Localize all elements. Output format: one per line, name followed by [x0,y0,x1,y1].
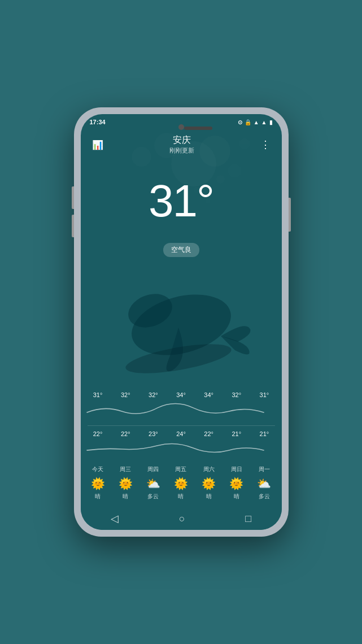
weather-label-5: 晴 [234,493,239,501]
hourly-section: 31° 32° 32° 34° 34° 32° [81,387,282,423]
daily-day-1: 周三 [120,465,131,473]
hourly-temp-2: 32° [149,391,158,398]
temperature-value: 31° [149,176,213,226]
daily-temp-1: 22° [121,430,130,437]
daily-wave [81,437,282,460]
daily-item-1: 22° [112,430,139,437]
weather-label-2: 多云 [147,493,159,501]
back-button[interactable]: ◁ [111,512,119,525]
daily-label-item-3: 晴 [167,493,195,501]
hourly-item-5: 32° [223,391,250,398]
lock-icon: 🔒 [245,119,251,125]
hourly-temp-0: 31° [93,391,103,398]
temperature-display: 31° [81,175,282,227]
daily-icon-item-0: 🌞 [84,475,112,493]
weather-icon-2: ⛅ [146,477,160,490]
daily-temp-5: 21° [232,430,241,437]
hourly-temp-6: 31° [260,391,269,398]
weather-main: 📊 安庆 刚刚更新 ⋮ 31° 空气良 [81,130,282,387]
daily-label-item-0: 晴 [84,493,112,501]
weather-icon-1: 🌞 [119,477,133,490]
signal-icon: ▲ [261,119,267,125]
weather-label-1: 晴 [123,493,128,501]
daily-icon-item-4: 🌞 [195,475,223,493]
daily-day-item-3: 周五 [167,463,195,473]
power-button[interactable] [289,198,291,232]
recent-button[interactable]: □ [245,513,251,525]
home-button[interactable]: ○ [179,513,185,525]
weather-label-4: 晴 [206,493,212,501]
volume-up-button[interactable] [72,186,74,209]
daily-icon-item-1: 🌞 [112,475,139,493]
daily-temp-3: 24° [176,430,186,437]
daily-icon-item-3: 🌞 [167,475,195,493]
phone-frame: 17:34 ⊙ 🔒 ▲ ▲ ▮ [74,107,289,537]
hourly-temp-4: 34° [204,391,213,398]
weather-icon-0: 🌞 [91,477,105,490]
daily-icon-item-2: ⛅ [139,475,167,493]
daily-temps: 22° 22° 23° 24° 22° 21° [81,430,282,437]
daily-label-item-1: 晴 [112,493,139,501]
daily-day-5: 周日 [231,465,242,473]
hourly-item-0: 31° [84,391,112,398]
daily-item-3: 24° [167,430,195,437]
air-quality-badge: 空气良 [163,243,199,257]
chart-button[interactable]: 📊 [90,137,106,153]
hourly-temp-1: 32° [121,391,130,398]
battery-icon: ▮ [269,119,273,125]
daily-day-item-2: 周四 [139,463,167,473]
phone-screen: 17:34 ⊙ 🔒 ▲ ▲ ▮ [81,114,282,530]
city-info: 安庆 刚刚更新 [106,134,258,155]
city-name: 安庆 [106,134,258,146]
weather-label-3: 晴 [178,493,184,501]
daily-day-4: 周六 [203,465,215,473]
speaker [184,127,212,130]
daily-labels-row: 晴 晴 多云 晴 晴 晴 [81,493,282,501]
camera [178,124,184,130]
daily-day-6: 周一 [259,465,270,473]
daily-item-2: 23° [139,430,167,437]
weather-label-6: 多云 [259,493,270,501]
update-time: 刚刚更新 [106,146,258,155]
hourly-item-3: 34° [167,391,195,398]
hourly-temp-3: 34° [176,391,186,398]
header-controls: 📊 安庆 刚刚更新 ⋮ [81,134,282,155]
hourly-item-1: 32° [112,391,139,398]
daily-day-2: 周四 [147,465,159,473]
menu-button[interactable]: ⋮ [258,136,273,153]
hourly-item-6: 31° [250,391,278,398]
daily-temp-4: 22° [204,430,213,437]
daily-day-item-0: 今天 [84,463,112,473]
hourly-item-2: 32° [139,391,167,398]
daily-temp-2: 23° [149,430,158,437]
daily-label-item-6: 多云 [250,493,278,501]
daily-day-item-1: 周三 [112,463,139,473]
wifi-icon: ▲ [254,119,259,125]
daily-item-0: 22° [84,430,112,437]
navigation-bar: ◁ ○ □ [81,507,282,530]
daily-label-item-2: 多云 [139,493,167,501]
daily-day-0: 今天 [92,465,103,473]
weather-icon-4: 🌞 [202,477,216,490]
record-icon: ⊙ [238,119,242,125]
daily-icon-item-6: ⛅ [250,475,278,493]
daily-item-4: 22° [195,430,223,437]
hourly-temp-5: 32° [232,391,241,398]
divider [88,425,275,426]
daily-icon-item-5: 🌞 [223,475,250,493]
daily-day-item-6: 周一 [250,463,278,473]
hourly-wave [81,398,282,421]
hourly-temps: 31° 32° 32° 34° 34° 32° [81,391,282,398]
hourly-item-4: 34° [195,391,223,398]
daily-item-5: 21° [223,430,250,437]
daily-label-item-4: 晴 [195,493,223,501]
daily-label-item-5: 晴 [223,493,250,501]
daily-day-3: 周五 [175,465,186,473]
weather-icon-3: 🌞 [174,477,188,490]
daily-section: 22° 22° 23° 24° 22° 21° [81,428,282,505]
daily-day-item-5: 周日 [223,463,250,473]
daily-temp-0: 22° [93,430,103,437]
volume-down-button[interactable] [72,215,74,237]
status-icons: ⊙ 🔒 ▲ ▲ ▮ [238,119,273,125]
bottom-panel: 31° 32° 32° 34° 34° 32° [81,387,282,507]
